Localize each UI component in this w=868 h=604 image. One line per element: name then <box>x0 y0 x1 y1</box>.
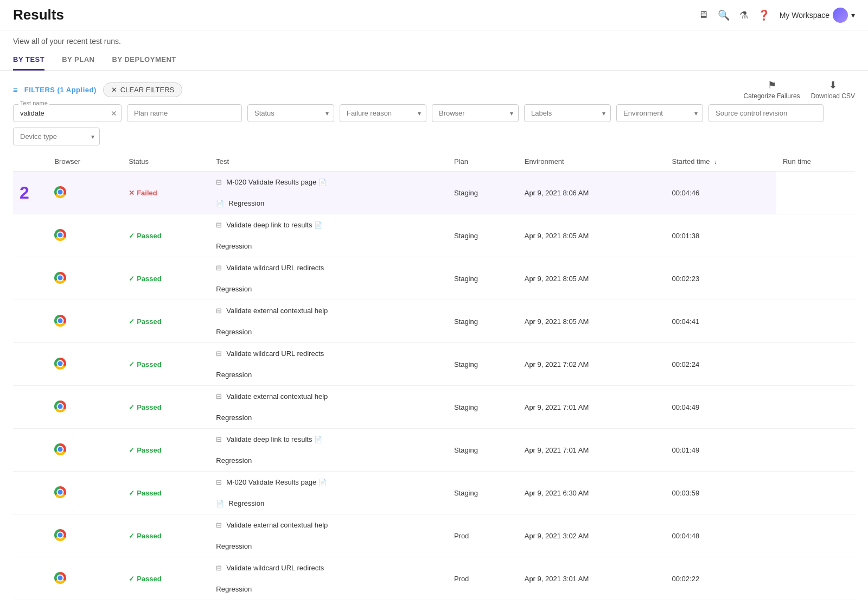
test-name-input[interactable] <box>13 104 122 122</box>
test-name: M-020 Validate Results page <box>226 178 316 186</box>
status-passed-link[interactable]: ✓ Passed <box>129 532 203 540</box>
filter-icon[interactable]: ⚗ <box>739 9 748 21</box>
device-type-select[interactable]: Device type <box>13 128 100 145</box>
plan-name-filter <box>127 104 242 122</box>
passed-check-icon: ✓ <box>129 489 135 497</box>
test-name: Validate external contextual help <box>226 307 328 315</box>
filter-inputs-row: Test name ✕ Status Passed Failed ▾ Failu… <box>0 104 868 152</box>
test-name-clear-icon[interactable]: ✕ <box>111 109 117 118</box>
test-name: Validate wildcard URL redirects <box>226 264 324 272</box>
chrome-icon <box>54 572 66 584</box>
test-name: Validate wildcard URL redirects <box>226 564 324 572</box>
test-icon: ⊟ <box>216 564 222 572</box>
cell-plan: 📄Regression <box>209 493 448 514</box>
cell-status[interactable]: ✓ Passed <box>122 386 209 429</box>
cell-status[interactable]: ✓ Passed <box>122 429 209 472</box>
status-passed-link[interactable]: ✓ Passed <box>129 317 203 326</box>
table-row[interactable]: ✓ Passed⊟Validate wildcard URL redirects… <box>13 257 855 300</box>
test-icon: ⊟ <box>216 307 222 315</box>
test-icon: ⊟ <box>216 521 222 529</box>
table-row[interactable]: ✓ Passed⊟Validate wildcard URL redirects… <box>13 557 855 600</box>
table-row[interactable]: 2✕ Failed⊟M-020 Validate Results page 📄📄… <box>13 171 855 214</box>
test-icon: ⊟ <box>216 178 222 186</box>
passed-check-icon: ✓ <box>129 532 135 540</box>
plan-icon: 📄 <box>216 500 224 507</box>
help-icon[interactable]: ❓ <box>758 9 770 21</box>
workspace-chevron-icon: ▾ <box>851 11 855 20</box>
status-passed-link[interactable]: ✓ Passed <box>129 575 203 583</box>
cell-test: ⊟Validate deep link to results 📄 <box>209 214 448 236</box>
passed-check-icon: ✓ <box>129 403 135 411</box>
filters-label[interactable]: FILTERS (1 Applied) <box>24 86 97 94</box>
status-passed-link[interactable]: ✓ Passed <box>129 275 203 283</box>
row-number <box>13 300 48 343</box>
status-passed-link[interactable]: ✓ Passed <box>129 360 203 368</box>
clear-filters-button[interactable]: ✕ CLEAR FILTERS <box>103 82 182 97</box>
status-failed-link[interactable]: ✕ Failed <box>129 189 203 197</box>
status-passed-link[interactable]: ✓ Passed <box>129 403 203 411</box>
col-runtime: Run time <box>776 152 855 171</box>
cell-browser <box>48 386 122 429</box>
row-number: 2 <box>13 171 48 214</box>
failure-reason-select[interactable]: Failure reason <box>340 104 426 122</box>
table-row[interactable]: ✓ Passed⊟M-020 Validate Results page 📄📄R… <box>13 472 855 514</box>
cell-test: ⊟M-020 Validate Results page 📄 <box>209 171 448 193</box>
chrome-icon <box>54 443 66 455</box>
passed-check-icon: ✓ <box>129 446 135 454</box>
cell-status[interactable]: ✓ Passed <box>122 343 209 386</box>
cell-started-time: Apr 9, 2021 6:30 AM <box>518 472 666 514</box>
cell-plan: Regression <box>209 407 448 428</box>
tab-by-test[interactable]: BY TEST <box>13 50 44 71</box>
categorize-icon: ⚑ <box>768 79 776 91</box>
cell-run-time: 00:02:24 <box>666 343 776 386</box>
status-passed-link[interactable]: ✓ Passed <box>129 446 203 454</box>
passed-check-icon: ✓ <box>129 232 135 240</box>
row-number <box>13 514 48 557</box>
table-row[interactable]: ✓ Passed⊟Validate deep link to results 📄… <box>13 214 855 257</box>
table-row[interactable]: ✓ Passed⊟Validate external contextual he… <box>13 386 855 429</box>
status-passed-link[interactable]: ✓ Passed <box>129 232 203 240</box>
search-icon[interactable]: 🔍 <box>718 9 730 21</box>
plan-name: Regression <box>228 199 264 207</box>
table-row[interactable]: ✓ Passed⊟Validate external contextual he… <box>13 300 855 343</box>
cell-status[interactable]: ✓ Passed <box>122 214 209 257</box>
table-row[interactable]: ✓ Passed⊟Validate deep link to results 📄… <box>13 429 855 472</box>
status-passed-link[interactable]: ✓ Passed <box>129 489 203 497</box>
cell-run-time: 00:02:22 <box>666 557 776 600</box>
cell-environment: Staging <box>448 214 518 257</box>
cell-run-time: 00:02:23 <box>666 257 776 300</box>
table-row[interactable]: ✓ Passed⊟Validate wildcard URL redirects… <box>13 343 855 386</box>
cell-test: ⊟M-020 Validate Results page 📄 <box>209 472 448 493</box>
page-header: Results 🖥 🔍 ⚗ ❓ My Workspace ▾ <box>0 0 868 30</box>
cell-started-time: Apr 9, 2021 7:02 AM <box>518 343 666 386</box>
cell-run-time: 00:01:49 <box>666 429 776 472</box>
tab-by-deployment[interactable]: BY DEPLOYMENT <box>112 50 176 71</box>
row-number <box>13 214 48 257</box>
plan-name: Regression <box>216 328 252 336</box>
monitor-icon[interactable]: 🖥 <box>698 9 708 21</box>
status-select[interactable]: Status Passed Failed <box>247 104 334 122</box>
cell-status[interactable]: ✓ Passed <box>122 514 209 557</box>
tab-by-plan[interactable]: BY PLAN <box>62 50 94 71</box>
browser-select[interactable]: Browser Chrome <box>432 104 519 122</box>
cell-status[interactable]: ✓ Passed <box>122 257 209 300</box>
filters-right: ⚑ Categorize Failures ⬇ Download CSV <box>744 79 855 100</box>
plan-name-input[interactable] <box>127 104 242 122</box>
cell-environment: Staging <box>448 257 518 300</box>
cell-status[interactable]: ✓ Passed <box>122 557 209 600</box>
test-name: Validate deep link to results <box>226 221 312 229</box>
table-row[interactable]: ✓ Passed⊟Validate external contextual he… <box>13 514 855 557</box>
download-csv-button[interactable]: ⬇ Download CSV <box>811 79 855 100</box>
environment-select[interactable]: Environment Staging Prod <box>616 104 703 122</box>
workspace-button[interactable]: My Workspace ▾ <box>780 8 855 23</box>
categorize-failures-button[interactable]: ⚑ Categorize Failures <box>744 79 800 100</box>
cell-status[interactable]: ✓ Passed <box>122 300 209 343</box>
cell-status[interactable]: ✓ Passed <box>122 472 209 514</box>
passed-check-icon: ✓ <box>129 275 135 283</box>
cell-started-time: Apr 9, 2021 7:01 AM <box>518 386 666 429</box>
cell-browser <box>48 300 122 343</box>
cell-run-time: 00:03:59 <box>666 472 776 514</box>
labels-select[interactable]: Labels <box>524 104 611 122</box>
cell-status[interactable]: ✕ Failed <box>122 171 209 214</box>
source-control-input[interactable] <box>709 104 824 122</box>
